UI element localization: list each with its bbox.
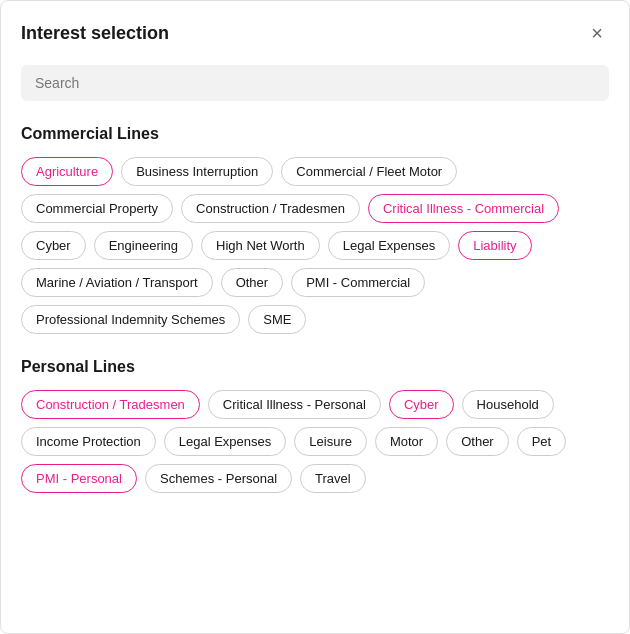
commercial-tag-9[interactable]: Legal Expenses <box>328 231 451 260</box>
personal-tag-9[interactable]: Pet <box>517 427 567 456</box>
commercial-tag-15[interactable]: SME <box>248 305 306 334</box>
personal-tag-7[interactable]: Motor <box>375 427 438 456</box>
personal-tag-10[interactable]: PMI - Personal <box>21 464 137 493</box>
commercial-tag-14[interactable]: Professional Indemnity Schemes <box>21 305 240 334</box>
commercial-tag-0[interactable]: Agriculture <box>21 157 113 186</box>
personal-tag-6[interactable]: Leisure <box>294 427 367 456</box>
commercial-tag-2[interactable]: Commercial / Fleet Motor <box>281 157 457 186</box>
commercial-tag-13[interactable]: PMI - Commercial <box>291 268 425 297</box>
commercial-tag-6[interactable]: Cyber <box>21 231 86 260</box>
commercial-lines-section: Commercial Lines AgricultureBusiness Int… <box>21 125 609 334</box>
personal-tag-0[interactable]: Construction / Tradesmen <box>21 390 200 419</box>
personal-tag-3[interactable]: Household <box>462 390 554 419</box>
personal-tag-12[interactable]: Travel <box>300 464 366 493</box>
personal-tag-1[interactable]: Critical Illness - Personal <box>208 390 381 419</box>
commercial-lines-title: Commercial Lines <box>21 125 609 143</box>
personal-lines-section: Personal Lines Construction / TradesmenC… <box>21 358 609 493</box>
personal-tag-11[interactable]: Schemes - Personal <box>145 464 292 493</box>
commercial-tag-3[interactable]: Commercial Property <box>21 194 173 223</box>
search-input[interactable] <box>21 65 609 101</box>
close-button[interactable]: × <box>585 21 609 45</box>
modal-title: Interest selection <box>21 23 169 44</box>
personal-lines-tags: Construction / TradesmenCritical Illness… <box>21 390 609 493</box>
commercial-tag-12[interactable]: Other <box>221 268 284 297</box>
modal-header: Interest selection × <box>21 21 609 45</box>
commercial-tag-5[interactable]: Critical Illness - Commercial <box>368 194 559 223</box>
personal-tag-5[interactable]: Legal Expenses <box>164 427 287 456</box>
commercial-tag-1[interactable]: Business Interruption <box>121 157 273 186</box>
commercial-tag-8[interactable]: High Net Worth <box>201 231 320 260</box>
commercial-lines-tags: AgricultureBusiness InterruptionCommerci… <box>21 157 609 334</box>
commercial-tag-4[interactable]: Construction / Tradesmen <box>181 194 360 223</box>
personal-tag-4[interactable]: Income Protection <box>21 427 156 456</box>
personal-tag-2[interactable]: Cyber <box>389 390 454 419</box>
interest-selection-modal: Interest selection × Commercial Lines Ag… <box>0 0 630 634</box>
commercial-tag-7[interactable]: Engineering <box>94 231 193 260</box>
commercial-tag-10[interactable]: Liability <box>458 231 531 260</box>
commercial-tag-11[interactable]: Marine / Aviation / Transport <box>21 268 213 297</box>
personal-tag-8[interactable]: Other <box>446 427 509 456</box>
personal-lines-title: Personal Lines <box>21 358 609 376</box>
